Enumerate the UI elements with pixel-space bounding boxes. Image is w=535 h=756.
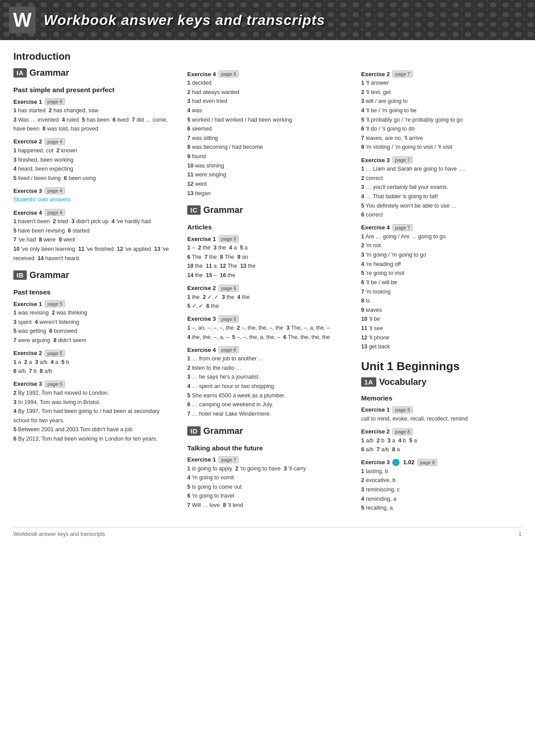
unit1a-ex1-page: page 8 [392, 406, 413, 413]
main-content: Introduction IA Grammar Past simple and … [0, 40, 535, 551]
id-sub-section: Talking about the future [187, 444, 348, 452]
ib-ex4-page: page 6 [218, 70, 239, 78]
footer-right: 1 [519, 531, 522, 537]
header-title: Workbook answer keys and transcripts [44, 12, 325, 29]
ia-ex3-page: page 4 [45, 187, 65, 194]
ic-ex2-head: Exercise 2 page 6 [187, 285, 348, 292]
id-grammar-badge: ID Grammar [187, 426, 243, 436]
ia-grammar-badge: IA Grammar [13, 68, 69, 78]
unit1a-vocab-badge: 1A Vocabulary [361, 377, 427, 387]
header: W Workbook answer keys and transcripts [0, 0, 535, 40]
unit1a-ex1-content: call to mind, evoke, recall, recollect, … [361, 414, 522, 424]
ib-ex1-label: Exercise 1 [13, 301, 42, 307]
ia-ex1-label: Exercise 1 [13, 98, 42, 105]
unit1a-ex2-head: Exercise 2 page 8 [361, 428, 522, 435]
id-grammar-label: Grammar [203, 426, 243, 436]
unit1-title: Unit 1 Beginnings [361, 360, 522, 373]
ic-grammar-label: Grammar [203, 205, 243, 215]
ic-ex4-head: Exercise 4 page 6 [187, 346, 348, 353]
ic-ex1-head: Exercise 1 page 6 [187, 235, 348, 242]
ic-ex3-content: 1 –, an, –, –, –, the 2 –, the, the, –, … [187, 323, 348, 342]
unit1a-ex3-audio: 1.02 [403, 459, 414, 466]
unit1a-ex3-head: Exercise 3 ♪ 1.02 page 8 [361, 459, 522, 466]
id-ex4-content: 1 Are … going / Are … going to go 2 'm n… [361, 232, 522, 351]
ic-ex4-content: 1 … from one job to another … 2 listen t… [187, 354, 348, 418]
ia-ex4-head: Exercise 4 page 4 [13, 209, 174, 216]
ia-ex4-content: 1 haven't been 2 tried 3 didn't pick up … [13, 217, 174, 263]
audio-icon: ♪ [392, 459, 399, 466]
ic-grammar-badge: IC Grammar [187, 205, 243, 215]
ia-ex2-head: Exercise 2 page 4 [13, 138, 174, 145]
id-ex3-page: page 7 [392, 156, 413, 163]
id-ex1-head: Exercise 1 page 7 [187, 456, 348, 463]
id-ex3-content: 1 … Liam and Sarah are going to have …. … [361, 164, 522, 220]
ia-ex1-head: Exercise 1 page 4 [13, 98, 174, 105]
ia-ex3-label: Exercise 3 [13, 188, 42, 194]
id-ex2-label: Exercise 2 [361, 71, 390, 78]
ia-grammar-label: Grammar [29, 68, 69, 78]
unit1a-ex3-page: page 8 [417, 459, 438, 466]
id-ex1-content: 1 is going to apply 2 'm going to have 3… [187, 464, 348, 510]
ib-ex4-content: 1 decided 2 had always wanted 3 had even… [187, 78, 348, 198]
column-1: IA Grammar Past simple and present perfe… [13, 66, 174, 514]
ic-ex3-page: page 6 [218, 315, 239, 323]
id-ex4-page: page 7 [392, 224, 413, 231]
ic-sub-section: Articles [187, 223, 348, 231]
unit1a-ex3-content: 1 lasting, b 2 evocative, b 3 reminiscin… [361, 467, 522, 513]
ia-ex3-content: Students' own answers [13, 195, 174, 204]
ic-ex3-label: Exercise 3 [187, 315, 216, 322]
ia-ex3-head: Exercise 3 page 4 [13, 187, 174, 194]
id-ex2-page: page 7 [392, 70, 413, 78]
header-w-logo: W [9, 7, 36, 33]
ib-ex2-content: 1 a 2 a 3 a/b 4 a 5 b 6 a/b 7 b 8 a/b [13, 358, 174, 376]
ib-ex1-page: page 5 [45, 300, 65, 307]
ia-ex2-page: page 4 [45, 138, 65, 145]
unit1a-badge-box: 1A [361, 377, 376, 387]
ia-ex4-label: Exercise 4 [13, 209, 42, 216]
unit1a-ex1-head: Exercise 1 page 8 [361, 406, 522, 413]
ib-ex3-head: Exercise 3 page 5 [13, 380, 174, 388]
unit1a-ex2-content: 1 a/b 2 b 3 a 4 b 5 a 6 a/b 7 a/b 8 a [361, 436, 522, 454]
ic-ex1-page: page 6 [218, 235, 239, 242]
ib-ex2-page: page 5 [45, 350, 65, 357]
unit1a-ex2-label: Exercise 2 [361, 428, 390, 435]
id-ex3-head: Exercise 3 page 7 [361, 156, 522, 163]
introduction-title: Introduction [13, 51, 522, 62]
ic-ex2-page: page 6 [218, 285, 239, 292]
ib-ex3-content: 2 By 1992, Tom had moved to London. 3 In… [13, 388, 174, 444]
id-badge-box: ID [187, 426, 201, 436]
ib-ex2-head: Exercise 2 page 5 [13, 350, 174, 357]
ic-ex4-label: Exercise 4 [187, 347, 216, 353]
unit1a-ex2-page: page 8 [392, 428, 413, 435]
id-ex2-content: 1 'll answer 2 'll text, get 3 will / ar… [361, 78, 522, 152]
ib-sub-section: Past tenses [13, 288, 174, 296]
ic-ex1-content: 1 – 2 the 3 the 4 a 5 a 6 The 7 the 8 Th… [187, 243, 348, 280]
ic-ex1-label: Exercise 1 [187, 236, 216, 242]
three-column-layout: IA Grammar Past simple and present perfe… [13, 66, 522, 514]
ib-ex1-head: Exercise 1 page 5 [13, 300, 174, 307]
ic-ex4-page: page 6 [218, 346, 239, 353]
ia-badge-box: IA [13, 68, 27, 78]
ic-badge-box: IC [187, 205, 201, 215]
ia-sub-section: Past simple and present perfect [13, 86, 174, 94]
ib-ex3-page: page 5 [45, 380, 65, 388]
unit1a-sub-section: Memories [361, 394, 522, 402]
id-ex2-head: Exercise 2 page 7 [361, 70, 522, 78]
ic-ex2-label: Exercise 2 [187, 285, 216, 291]
ib-grammar-label: Grammar [29, 270, 69, 280]
ib-grammar-badge: IB Grammar [13, 270, 69, 280]
id-ex1-label: Exercise 1 [187, 456, 216, 463]
ib-ex1-content: 1 was revising 2 was thinking 3 spent 4 … [13, 308, 174, 345]
column-3: Exercise 2 page 7 1 'll answer 2 'll tex… [361, 66, 522, 514]
ib-ex4-label: Exercise 4 [187, 71, 216, 78]
footer-left: Workbook answer keys and transcripts [13, 531, 105, 537]
column-2: Exercise 4 page 6 1 decided 2 had always… [187, 66, 348, 514]
ia-ex1-page: page 4 [45, 98, 65, 105]
unit1a-ex1-label: Exercise 1 [361, 406, 390, 413]
ia-ex4-page: page 4 [45, 209, 65, 216]
id-ex4-label: Exercise 4 [361, 224, 390, 231]
ib-ex3-label: Exercise 3 [13, 380, 42, 387]
id-ex1-page: page 7 [218, 456, 239, 463]
ib-ex4-head: Exercise 4 page 6 [187, 70, 348, 78]
ia-ex2-content: 1 happened, cut 2 known 3 finished, been… [13, 146, 174, 183]
